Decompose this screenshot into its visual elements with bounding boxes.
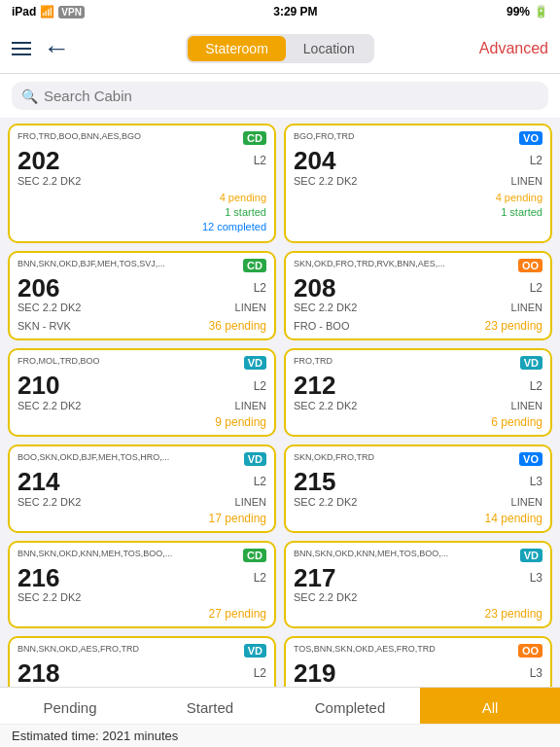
card-badge: CD	[243, 549, 266, 562]
cabin-card-208[interactable]: SKN,OKD,FRO,TRD,RVK,BNN,AES,... OO 208 L…	[284, 251, 552, 341]
status-left: iPad 📶 VPN	[12, 5, 85, 18]
vpn-badge: VPN	[58, 6, 85, 18]
cabin-card-217[interactable]: BNN,SKN,OKD,KNN,MEH,TOS,BOO,... VD 217 L…	[284, 541, 552, 629]
card-bottom-row: 4 pending 1 started 12 completed	[18, 191, 266, 235]
card-bottom-row: 6 pending	[294, 415, 542, 429]
card-sec-row: SEC 2.2 DK2 LINEN	[18, 302, 266, 313]
time-label: 3:29 PM	[273, 5, 317, 18]
advanced-button[interactable]: Advanced	[479, 40, 548, 57]
card-sec-row: SEC 2.2 DK2 LINEN	[294, 496, 542, 508]
cabin-card-214[interactable]: BOO,SKN,OKD,BJF,MEH,TOS,HRO,... VD 214 L…	[8, 445, 276, 533]
card-mid-row: 210 L2	[18, 372, 266, 400]
card-sec-row: SEC 2.2 DK2	[294, 591, 542, 603]
segment-location[interactable]: Location	[286, 36, 372, 61]
cabin-card-202[interactable]: FRO,TRD,BOO,BNN,AES,BGO CD 202 L2 SEC 2.…	[8, 124, 276, 243]
cabin-card-212[interactable]: FRO,TRD VD 212 L2 SEC 2.2 DK2 LINEN 6 pe…	[284, 348, 552, 437]
card-badge: VD	[520, 549, 542, 562]
segment-control: Stateroom Location	[186, 34, 374, 63]
wifi-icon: 📶	[40, 5, 54, 18]
cabin-number: 215	[294, 468, 335, 496]
tab-started[interactable]: Started	[140, 688, 280, 724]
cabin-card-215[interactable]: SKN,OKD,FRO,TRD VO 215 L3 SEC 2.2 DK2 LI…	[284, 445, 552, 533]
cabin-sec: SEC 2.2 DK2	[18, 591, 81, 603]
card-sec-row: SEC 2.2 DK2 LINEN	[294, 175, 542, 187]
card-bottom-row: 9 pending	[18, 415, 266, 429]
cards-container: FRO,TRD,BOO,BNN,AES,BGO CD 202 L2 SEC 2.…	[0, 118, 560, 711]
cabin-level: L3	[530, 571, 542, 585]
card-tags: BGO,FRO,TRD	[294, 131, 515, 143]
cabin-number: 218	[18, 659, 59, 688]
card-bottom-row: 14 pending	[294, 512, 542, 525]
back-button[interactable]: ←	[43, 35, 70, 62]
cabin-number: 208	[294, 274, 335, 302]
card-mid-row: 212 L2	[294, 372, 542, 400]
cabin-number: 202	[18, 147, 59, 175]
card-tags: FRO,MOL,TRD,BOO	[18, 356, 240, 368]
cabin-level: L2	[254, 379, 266, 393]
cabin-sec: SEC 2.2 DK2	[18, 496, 81, 508]
cabin-sec: SEC 2.2 DK2	[18, 302, 81, 313]
card-tags: SKN,OKD,FRO,TRD	[294, 452, 515, 464]
card-note: FRO - BOO	[294, 320, 349, 332]
search-input[interactable]	[44, 88, 539, 104]
card-sec-row: SEC 2.2 DK2 LINEN	[18, 400, 266, 411]
card-notes: SKN - RVK	[18, 317, 71, 333]
card-badge: VD	[244, 452, 266, 466]
nav-right: Advanced	[374, 40, 548, 57]
card-pending: 6 pending	[491, 415, 542, 429]
card-tags: SKN,OKD,FRO,TRD,RVK,BNN,AES,...	[294, 259, 514, 270]
cabin-level: L2	[254, 666, 266, 680]
cabin-sec: SEC 2.2 DK2	[294, 400, 357, 411]
cabin-card-204[interactable]: BGO,FRO,TRD VO 204 L2 SEC 2.2 DK2 LINEN …	[284, 124, 552, 243]
card-status-multi2: 4 pending 1 started	[496, 191, 542, 221]
card-notes: FRO - BOO	[294, 317, 349, 333]
cabin-level: L2	[530, 281, 542, 295]
segment-stateroom[interactable]: Stateroom	[188, 36, 286, 61]
cabin-card-216[interactable]: BNN,SKN,OKD,KNN,MEH,TOS,BOO,... CD 216 L…	[8, 541, 276, 629]
cabin-card-210[interactable]: FRO,MOL,TRD,BOO VD 210 L2 SEC 2.2 DK2 LI…	[8, 348, 276, 437]
card-mid-row: 214 L2	[18, 468, 266, 496]
card-note: SKN - RVK	[18, 320, 71, 332]
card-mid-row: 217 L3	[294, 564, 542, 592]
cabin-sec: SEC 2.2 DK2	[18, 400, 81, 411]
card-badge: VD	[244, 644, 266, 658]
cabin-level: L3	[530, 666, 542, 680]
battery-icon: 🔋	[534, 5, 548, 18]
card-status-multi: 4 pending 1 started 12 completed	[202, 191, 266, 235]
card-tags: BNN,SKN,OKD,BJF,MEH,TOS,SVJ,...	[18, 259, 239, 270]
card-tags: BNN,SKN,OKD,KNN,MEH,TOS,BOO,...	[18, 549, 239, 560]
card-linen: LINEN	[235, 400, 266, 411]
search-input-wrap: 🔍	[12, 82, 548, 110]
card-bottom-row: FRO - BOO 23 pending	[294, 317, 542, 333]
card-mid-row: 202 L2	[18, 147, 266, 175]
cabin-card-206[interactable]: BNN,SKN,OKD,BJF,MEH,TOS,SVJ,... CD 206 L…	[8, 251, 276, 341]
card-top-row: FRO,TRD,BOO,BNN,AES,BGO CD	[18, 131, 266, 145]
cabin-sec: SEC 2.2 DK2	[18, 175, 81, 187]
card-linen: LINEN	[235, 302, 266, 313]
cabin-level: L2	[530, 379, 542, 393]
tab-all[interactable]: All	[420, 688, 560, 724]
card-mid-row: 218 L2	[18, 659, 266, 688]
tab-completed[interactable]: Completed	[280, 688, 420, 724]
card-pending: 23 pending	[485, 607, 542, 621]
menu-button[interactable]	[12, 42, 31, 55]
cabin-level: L2	[254, 154, 266, 167]
cabin-number: 212	[294, 372, 335, 400]
card-sec-row: SEC 2.2 DK2 LINEN	[18, 496, 266, 508]
cabin-number: 204	[294, 147, 335, 175]
tab-pending[interactable]: Pending	[0, 688, 140, 724]
card-tags: BNN,SKN,OKD,KNN,MEH,TOS,BOO,...	[294, 549, 516, 560]
card-top-row: SKN,OKD,FRO,TRD VO	[294, 452, 542, 466]
card-tags: TOS,BNN,SKN,OKD,AES,FRO,TRD	[294, 644, 514, 656]
cabin-sec: SEC 2.2 DK2	[294, 496, 357, 508]
card-bottom-row: 23 pending	[294, 607, 542, 621]
card-top-row: BNN,SKN,OKD,AES,FRO,TRD VD	[18, 644, 266, 658]
card-top-row: BNN,SKN,OKD,KNN,MEH,TOS,BOO,... CD	[18, 549, 266, 562]
card-mid-row: 215 L3	[294, 468, 542, 496]
card-top-row: TOS,BNN,SKN,OKD,AES,FRO,TRD OO	[294, 644, 542, 658]
card-linen: LINEN	[235, 496, 266, 508]
nav-bar: ← Stateroom Location Advanced	[0, 23, 560, 74]
card-sec-row: SEC 2.2 DK2 LINEN	[294, 302, 542, 313]
search-bar: 🔍	[0, 74, 560, 118]
status-right: 99% 🔋	[507, 5, 548, 18]
